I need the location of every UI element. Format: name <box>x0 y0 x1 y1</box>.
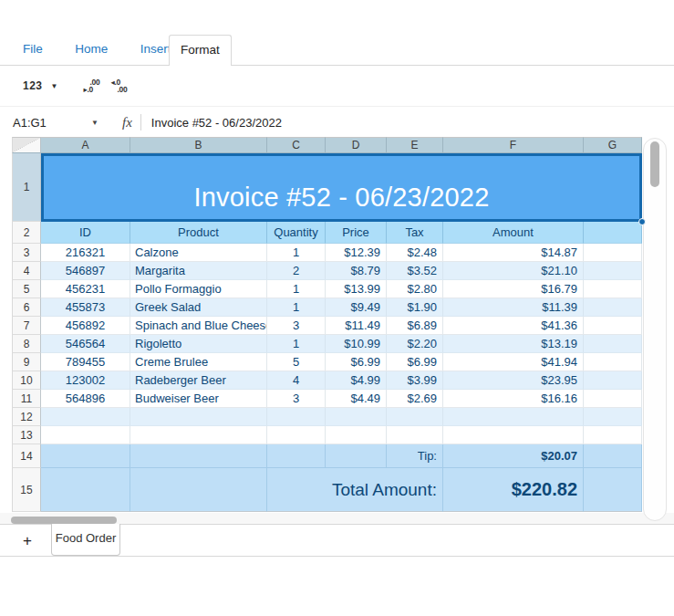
cell-empty[interactable] <box>41 468 130 512</box>
selection-fill-handle[interactable] <box>638 218 646 225</box>
cell-empty[interactable] <box>130 444 267 468</box>
invoice-title-cell[interactable]: Invoice #52 - 06/23/2022 <box>41 153 642 222</box>
select-all-corner[interactable] <box>12 137 41 153</box>
cell-quantity[interactable]: 1 <box>267 244 326 262</box>
cell-amount[interactable]: $16.16 <box>443 390 584 408</box>
cell-price[interactable]: $11.49 <box>326 317 387 335</box>
cell-id[interactable]: 789455 <box>41 353 130 371</box>
column-header-b[interactable]: B <box>130 137 267 153</box>
cell-empty[interactable] <box>584 280 642 298</box>
row-number[interactable]: 5 <box>12 280 41 298</box>
cell-empty[interactable] <box>584 408 642 426</box>
row-number[interactable]: 8 <box>12 335 41 353</box>
row-number[interactable]: 3 <box>12 244 41 262</box>
cell-empty[interactable] <box>41 408 130 426</box>
horizontal-scrollbar-thumb[interactable] <box>11 517 117 524</box>
column-header-f[interactable]: F <box>443 137 584 153</box>
header-cell-empty[interactable] <box>584 222 642 244</box>
header-cell-id[interactable]: ID <box>41 222 130 244</box>
cell-id[interactable]: 546564 <box>41 335 130 353</box>
cell-product[interactable]: Rigoletto <box>130 335 267 353</box>
cell-empty[interactable] <box>584 371 642 390</box>
cell-id[interactable]: 564896 <box>41 390 130 408</box>
cell-price[interactable]: $9.49 <box>326 298 387 317</box>
cell-quantity[interactable]: 1 <box>267 280 326 298</box>
cell-id[interactable]: 455873 <box>41 298 130 317</box>
cell-quantity[interactable]: 5 <box>267 353 326 371</box>
cell-empty[interactable] <box>584 390 642 408</box>
cell-empty[interactable] <box>584 335 642 353</box>
cell-empty[interactable] <box>584 298 642 317</box>
cell-product[interactable]: Greek Salad <box>130 298 267 317</box>
cell-product[interactable]: Spinach and Blue Cheese <box>130 317 267 335</box>
cell-price[interactable]: $4.49 <box>326 390 387 408</box>
header-cell-amount[interactable]: Amount <box>443 222 584 244</box>
cell-empty[interactable] <box>41 444 130 468</box>
cell-amount[interactable]: $14.87 <box>443 244 584 262</box>
cell-id[interactable]: 123002 <box>41 371 130 390</box>
cell-price[interactable]: $4.99 <box>326 371 387 390</box>
cell-price[interactable]: $6.99 <box>326 353 387 371</box>
column-header-c[interactable]: C <box>267 137 326 153</box>
cell-product[interactable]: Pollo Formaggio <box>130 280 267 298</box>
cell-product[interactable]: Budweiser Beer <box>130 390 267 408</box>
sheet-tab-food-order[interactable]: Food Order <box>51 524 120 556</box>
row-number[interactable]: 1 <box>12 153 41 222</box>
cell-amount[interactable]: $21.10 <box>443 262 584 280</box>
cell-reference-box[interactable]: A1:G1 <box>0 116 91 130</box>
cell-empty[interactable] <box>387 408 443 426</box>
tab-format[interactable]: Format <box>169 35 232 66</box>
cell-tax[interactable]: $2.80 <box>387 280 443 298</box>
formula-input[interactable]: Invoice #52 - 06/23/2022 <box>151 116 282 130</box>
vertical-scrollbar-thumb[interactable] <box>650 141 659 187</box>
cell-product[interactable]: Radeberger Beer <box>130 371 267 390</box>
cell-amount[interactable]: $41.94 <box>443 353 584 371</box>
cell-amount[interactable]: $41.36 <box>443 317 584 335</box>
cell-empty[interactable] <box>584 262 642 280</box>
cell-tax[interactable]: $2.48 <box>387 244 443 262</box>
cell-product[interactable]: Calzone <box>130 244 267 262</box>
column-header-a[interactable]: A <box>41 137 130 153</box>
add-sheet-button[interactable]: + <box>16 531 38 551</box>
cell-empty[interactable] <box>443 408 584 426</box>
tab-home[interactable]: Home <box>75 35 108 64</box>
cell-price[interactable]: $13.99 <box>326 280 387 298</box>
column-header-d[interactable]: D <box>326 137 387 153</box>
row-number[interactable]: 9 <box>12 353 41 371</box>
number-format-dropdown[interactable]: 123 ▼ <box>23 79 57 92</box>
cell-empty[interactable] <box>326 408 387 426</box>
cell-id[interactable]: 456231 <box>41 280 130 298</box>
cell-empty[interactable] <box>443 426 584 444</box>
cell-amount[interactable]: $16.79 <box>443 280 584 298</box>
row-number[interactable]: 11 <box>12 390 41 408</box>
header-cell-price[interactable]: Price <box>326 222 387 244</box>
cell-tax[interactable]: $6.99 <box>387 353 443 371</box>
cell-empty[interactable] <box>130 468 267 512</box>
cell-empty[interactable] <box>267 408 326 426</box>
cell-id[interactable]: 546897 <box>41 262 130 280</box>
cell-product[interactable]: Margarita <box>130 262 267 280</box>
row-number[interactable]: 13 <box>12 426 41 444</box>
tab-insert[interactable]: Insert <box>140 35 171 64</box>
cell-tax[interactable]: $2.69 <box>387 390 443 408</box>
header-cell-quantity[interactable]: Quantity <box>267 222 326 244</box>
cell-amount[interactable]: $13.19 <box>443 335 584 353</box>
cell-empty[interactable] <box>267 444 326 468</box>
cell-quantity[interactable]: 3 <box>267 317 326 335</box>
cell-price[interactable]: $8.79 <box>326 262 387 280</box>
cell-product[interactable]: Creme Brulee <box>130 353 267 371</box>
row-number[interactable]: 4 <box>12 262 41 280</box>
cell-empty[interactable] <box>584 244 642 262</box>
cell-quantity[interactable]: 4 <box>267 371 326 390</box>
cell-tax[interactable]: $1.90 <box>387 298 443 317</box>
cell-tax[interactable]: $3.99 <box>387 371 443 390</box>
column-header-e[interactable]: E <box>387 137 443 153</box>
cell-empty[interactable] <box>41 426 130 444</box>
row-number[interactable]: 15 <box>12 468 41 512</box>
column-header-g[interactable]: G <box>584 137 642 153</box>
row-number[interactable]: 14 <box>12 444 41 468</box>
cell-amount[interactable]: $11.39 <box>443 298 584 317</box>
total-value-cell[interactable]: $220.82 <box>443 468 584 512</box>
cell-empty[interactable] <box>584 353 642 371</box>
header-cell-product[interactable]: Product <box>130 222 267 244</box>
